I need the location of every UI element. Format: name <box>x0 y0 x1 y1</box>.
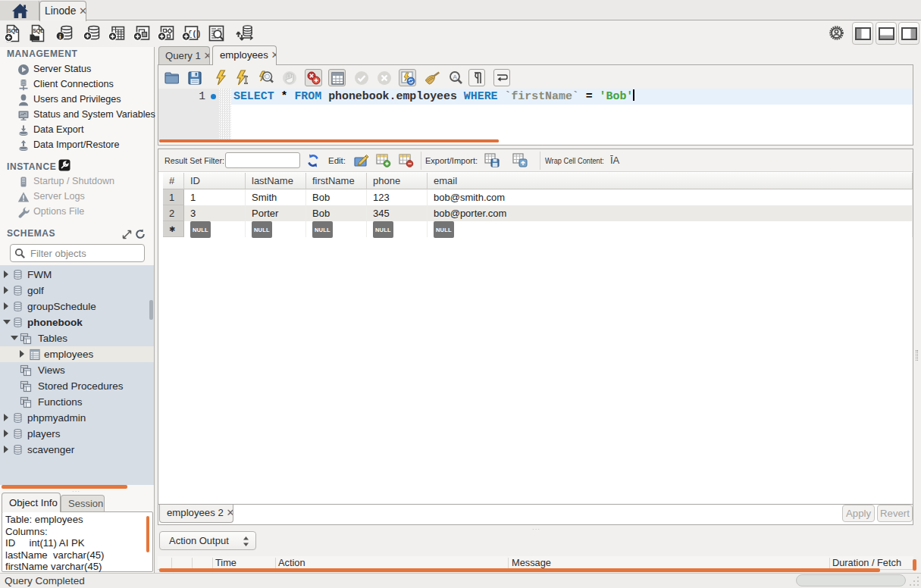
svg-text:ĪA: ĪA <box>610 155 620 166</box>
svg-text:SQL: SQL <box>8 28 19 34</box>
svg-text:SQL: SQL <box>33 28 44 34</box>
svg-text:A: A <box>453 74 458 80</box>
